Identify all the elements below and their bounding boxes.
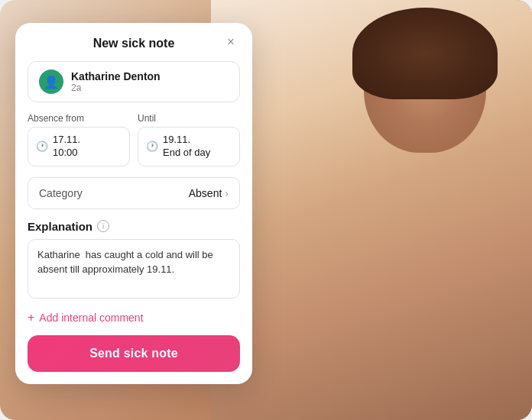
explanation-section: Explanation i xyxy=(28,220,240,302)
clock-icon-from: 🕐 xyxy=(36,141,48,152)
clock-icon-until: 🕐 xyxy=(146,141,158,152)
chevron-right-icon: › xyxy=(225,187,229,199)
date-row: Absence from 🕐 17.11. 10:00 Until 🕐 19.1… xyxy=(28,113,240,166)
add-comment-label: Add internal comment xyxy=(39,312,143,324)
student-name: Katharine Denton xyxy=(71,70,161,82)
absence-until-value: 19.11. End of day xyxy=(163,134,210,160)
absence-from-group: Absence from 🕐 17.11. 10:00 xyxy=(28,113,130,166)
explanation-textarea[interactable] xyxy=(28,239,240,299)
add-comment-row[interactable]: + Add internal comment xyxy=(28,311,240,325)
student-selector[interactable]: 👤 Katharine Denton 2a xyxy=(28,61,240,102)
student-info: Katharine Denton 2a xyxy=(71,70,161,93)
modal-header: New sick note × xyxy=(15,23,252,61)
avatar: 👤 xyxy=(39,69,63,94)
sick-note-modal: New sick note × 👤 Katharine Denton 2a Ab… xyxy=(15,23,252,384)
explanation-title: Explanation xyxy=(28,220,92,233)
absence-until-group: Until 🕐 19.11. End of day xyxy=(138,113,240,166)
photo-child xyxy=(211,0,532,420)
absence-until-input[interactable]: 🕐 19.11. End of day xyxy=(138,127,240,166)
modal-title: New sick note xyxy=(93,37,175,50)
send-sick-note-button[interactable]: Send sick note xyxy=(28,335,240,372)
category-value: Absent xyxy=(189,187,222,199)
student-class: 2a xyxy=(71,82,161,93)
absence-from-label: Absence from xyxy=(28,113,130,124)
absence-until-label: Until xyxy=(138,113,240,124)
category-selector[interactable]: Category Absent › xyxy=(28,177,240,209)
category-value-wrap: Absent › xyxy=(189,187,229,199)
plus-icon: + xyxy=(28,311,34,325)
explanation-header: Explanation i xyxy=(28,220,240,233)
absence-from-value: 17.11. 10:00 xyxy=(53,134,80,160)
avatar-icon: 👤 xyxy=(44,75,59,89)
close-button[interactable]: × xyxy=(222,33,240,51)
modal-body: 👤 Katharine Denton 2a Absence from 🕐 17.… xyxy=(15,61,252,384)
absence-from-input[interactable]: 🕐 17.11. 10:00 xyxy=(28,127,130,166)
category-label: Category xyxy=(39,187,83,199)
info-icon: i xyxy=(97,220,109,232)
